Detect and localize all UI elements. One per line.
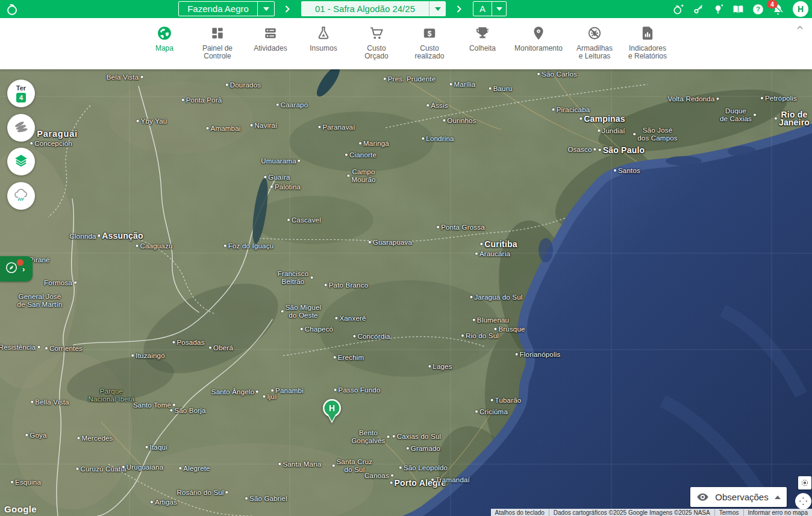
map-label-bela-vista: Bela Vista — [107, 74, 143, 81]
map-label-piracicaba: Piracicaba — [552, 106, 590, 114]
city-dot — [256, 391, 258, 393]
observations-label: Observações — [715, 492, 768, 502]
city-dot — [325, 284, 327, 286]
add-account-icon[interactable] — [671, 2, 686, 16]
city-dot — [37, 346, 40, 348]
chevron-down-icon[interactable] — [257, 2, 274, 16]
city-dot — [209, 347, 211, 349]
toolbar-item-mapa[interactable]: Mapa — [140, 25, 189, 52]
pan-control-button[interactable] — [795, 493, 811, 509]
city-dot — [170, 409, 172, 412]
season-selector-label: 01 - Safra Algodão 24/25 — [301, 1, 429, 16]
alert-dot — [17, 259, 23, 266]
svg-text:H: H — [329, 403, 335, 413]
weather-day-button[interactable]: Ter4 — [7, 80, 35, 107]
flask-icon — [316, 25, 331, 41]
city-dot — [31, 401, 33, 403]
weekday-label: Ter — [16, 84, 26, 92]
my-location-button[interactable] — [798, 476, 811, 489]
farm-marker[interactable]: H — [319, 398, 345, 429]
toolbar-item-painel-de-controle[interactable]: Painel de Controle — [193, 25, 242, 60]
city-dot — [245, 497, 248, 500]
city-dot — [281, 310, 284, 312]
toolbar-item-armadilhas-e-leituras[interactable]: Armadilhas e Leituras — [570, 25, 619, 60]
chevron-down-icon[interactable] — [429, 1, 446, 16]
season-selector[interactable]: 01 - Safra Algodão 24/25 — [301, 1, 446, 16]
chevron-down-icon[interactable] — [492, 2, 506, 16]
key-icon[interactable] — [691, 2, 705, 16]
map-label-esquina: Esquina — [11, 479, 41, 486]
map-label-ituzaingo: Ituzaingó — [131, 352, 164, 360]
city-dot — [207, 127, 209, 130]
city-dot — [318, 126, 320, 128]
city-dot — [98, 234, 100, 237]
city-dot — [594, 148, 596, 151]
city-dot — [335, 317, 337, 319]
main-toolbar: MapaPainel de ControleAtividadesInsumosC… — [0, 18, 812, 69]
terms-link[interactable]: Termos — [714, 509, 743, 516]
farm-selector[interactable]: Fazenda Aegro — [178, 1, 275, 16]
toolbar-item-indicadores-e-relatorios[interactable]: Indicadores e Relatórios — [623, 25, 672, 60]
city-dot — [333, 464, 335, 467]
observations-button[interactable]: Observações — [690, 487, 787, 507]
map-label-marilia: Marília — [450, 81, 476, 89]
city-dot — [264, 176, 266, 178]
notifications-muted-icon[interactable]: 4 — [770, 2, 785, 16]
idea-icon[interactable] — [711, 2, 725, 16]
city-dot — [598, 130, 600, 132]
city-dot — [182, 99, 184, 101]
dashboard-icon — [210, 25, 225, 41]
map-label-sao-carlos: São Carlos — [537, 71, 577, 78]
city-dot — [359, 142, 361, 145]
toolbar-item-atividades[interactable]: Atividades — [246, 25, 295, 52]
city-dot — [263, 395, 265, 398]
map-label-gramado: Gramado — [407, 445, 440, 453]
avatar[interactable]: H — [793, 1, 808, 17]
city-dot — [137, 120, 139, 122]
map-label-general-jose-de-san-martin: General José de San Martín — [17, 293, 63, 308]
collapse-toolbar-icon[interactable] — [796, 22, 804, 33]
toolbar-item-custo-orcado[interactable]: Custo Orçado — [352, 25, 401, 60]
map-label-posadas: Posadas — [172, 339, 204, 347]
keyboard-shortcuts-link[interactable]: Atalhos do teclado — [491, 509, 549, 516]
city-dot — [390, 482, 393, 484]
pan-arrows-icon — [798, 496, 809, 507]
field-panel-tab[interactable]: › — [0, 256, 33, 282]
map-label-sao-borja: São Borja — [170, 407, 205, 415]
area-selector[interactable]: A — [473, 1, 507, 16]
map-label-navirai: Naviraí — [251, 122, 278, 130]
map-label-parque-nacional-ibera: Parque Nacional Iberá — [89, 388, 135, 403]
svg-text:?: ? — [756, 5, 760, 13]
city-dot — [172, 341, 175, 344]
map-label-sao-paulo: São Paulo — [599, 146, 645, 154]
map-label-canoas: Canoas — [364, 472, 393, 480]
map-label-assuncao: Assunção — [98, 232, 143, 240]
city-dot — [450, 83, 452, 86]
crops-button[interactable] — [7, 114, 35, 142]
layers-button[interactable] — [7, 148, 35, 175]
city-dot — [473, 319, 475, 321]
map-label-petropolis: Petrópolis — [761, 95, 797, 102]
city-dot — [489, 87, 492, 90]
map-label-concordia: Concórdia — [353, 333, 390, 341]
city-dot — [347, 174, 349, 177]
map-label-brusque: Brusque — [494, 326, 525, 333]
toolbar-item-colheita[interactable]: Colheita — [458, 25, 507, 52]
map-canvas[interactable]: ParaguaiBela VistaDouradosPres. Prudente… — [0, 69, 812, 516]
library-icon[interactable] — [731, 2, 745, 16]
rain-button[interactable] — [7, 182, 35, 210]
map-label-campinas: Campinas — [579, 115, 625, 123]
city-dot — [278, 463, 281, 465]
farm-selector-label: Fazenda Aegro — [179, 2, 257, 16]
help-icon[interactable]: ? — [751, 2, 765, 16]
report-error-link[interactable]: Informar erro no mapa — [743, 509, 812, 516]
toolbar-item-custo-realizado[interactable]: $Custo realizado — [405, 25, 454, 60]
aegro-logo-icon[interactable] — [5, 2, 19, 16]
toolbar-item-insumos[interactable]: Insumos — [299, 25, 348, 52]
map-label-santa-cruz-do-sul: Santa Cruz do Sul — [333, 458, 373, 473]
toolbar-item-monitoramento[interactable]: Monitoramento — [511, 25, 566, 52]
city-dot — [226, 491, 228, 494]
toolbar-item-label: Custo realizado — [415, 45, 445, 60]
city-dot — [480, 243, 483, 245]
city-dot — [334, 356, 336, 359]
